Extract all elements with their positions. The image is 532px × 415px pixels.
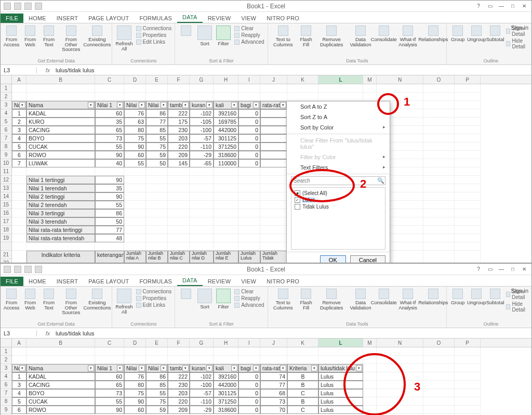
cell[interactable] bbox=[238, 176, 260, 184]
cell[interactable] bbox=[214, 84, 238, 93]
table-header[interactable]: rata-rat▾ bbox=[260, 101, 287, 109]
sort-az-small[interactable] bbox=[178, 289, 194, 299]
tab-view[interactable]: VIEW bbox=[236, 277, 261, 286]
cell[interactable]: 230 bbox=[168, 381, 190, 389]
cell[interactable]: 0 bbox=[238, 118, 260, 126]
sort-za-item[interactable]: Sort Z to A bbox=[287, 112, 390, 122]
cell[interactable] bbox=[260, 159, 287, 167]
cell[interactable]: 77 bbox=[260, 381, 287, 389]
close-button[interactable]: ✕ bbox=[519, 2, 529, 10]
cell[interactable] bbox=[12, 93, 26, 101]
col-K[interactable]: K bbox=[287, 339, 318, 347]
fx-icon[interactable]: fx bbox=[43, 330, 52, 336]
cell[interactable] bbox=[12, 84, 26, 93]
connections-link[interactable]: Connections bbox=[143, 289, 172, 294]
col-N[interactable]: N bbox=[377, 75, 423, 84]
cell[interactable] bbox=[190, 217, 214, 226]
cell[interactable] bbox=[168, 176, 190, 184]
cell[interactable]: Nilai rata-rata tertinggi bbox=[26, 226, 95, 234]
col-P[interactable]: P bbox=[455, 75, 481, 84]
cell[interactable]: 318600 bbox=[214, 151, 238, 159]
cell[interactable] bbox=[260, 134, 287, 142]
cell[interactable] bbox=[26, 347, 95, 356]
cell[interactable] bbox=[363, 381, 377, 389]
cell[interactable]: 2 bbox=[12, 118, 26, 126]
ribbon-toggle-button[interactable]: ▭ bbox=[485, 2, 495, 10]
cell[interactable]: 90 bbox=[95, 176, 124, 184]
cell[interactable] bbox=[423, 242, 455, 251]
filter-dropdown-icon[interactable]: ▾ bbox=[253, 365, 259, 371]
whatif-button[interactable]: What-If Analysis bbox=[396, 25, 420, 47]
cell[interactable]: -100 bbox=[190, 381, 214, 389]
cell[interactable]: 318600 bbox=[214, 406, 238, 414]
cell[interactable] bbox=[260, 109, 287, 118]
filter-button[interactable]: Filter bbox=[216, 25, 231, 46]
cell[interactable] bbox=[423, 134, 455, 142]
ribbon-toggle-button[interactable]: ▭ bbox=[485, 265, 495, 274]
cell[interactable] bbox=[190, 192, 214, 201]
select-all-corner[interactable] bbox=[1, 339, 12, 347]
row-header[interactable]: 9 bbox=[1, 151, 11, 159]
ok-button[interactable]: OK bbox=[320, 255, 346, 263]
whatif-button[interactable]: What-If Analysis bbox=[396, 289, 420, 310]
col-C[interactable]: C bbox=[95, 339, 124, 347]
sort-button[interactable]: Sort bbox=[197, 25, 212, 46]
hide-detail-link[interactable]: Hide Detail bbox=[512, 301, 531, 313]
filter-dropdown-icon[interactable]: ▾ bbox=[231, 102, 237, 108]
cell[interactable]: -57 bbox=[190, 134, 214, 142]
cell[interactable] bbox=[95, 242, 124, 251]
col-M[interactable]: M bbox=[363, 339, 377, 347]
tab-data[interactable]: DATA bbox=[177, 12, 203, 23]
cell[interactable]: 0 bbox=[238, 142, 260, 151]
cell[interactable]: 1 bbox=[12, 372, 26, 381]
cancel-button[interactable]: Cancel bbox=[350, 255, 385, 263]
col-E[interactable]: E bbox=[146, 75, 168, 84]
cell[interactable]: -29 bbox=[190, 406, 214, 414]
cell[interactable] bbox=[455, 134, 481, 142]
cell[interactable] bbox=[214, 347, 238, 356]
cell[interactable]: Nilai 2 tertinggi bbox=[26, 192, 95, 201]
cell[interactable]: 75 bbox=[146, 397, 168, 406]
sign-in-link[interactable]: Sign in bbox=[511, 24, 528, 31]
filter-select-all[interactable]: (Select All) bbox=[295, 190, 382, 197]
cell[interactable] bbox=[260, 226, 287, 234]
cell[interactable] bbox=[190, 347, 214, 356]
row-header[interactable]: 2 bbox=[1, 356, 11, 364]
cell[interactable] bbox=[260, 347, 287, 356]
cell[interactable] bbox=[423, 126, 455, 134]
cell[interactable]: 145 bbox=[168, 159, 190, 167]
cell[interactable] bbox=[124, 176, 146, 184]
cell[interactable] bbox=[363, 372, 377, 381]
row-header[interactable]: 2 bbox=[1, 93, 11, 101]
cell[interactable]: 75 bbox=[146, 142, 168, 151]
sort-color-item[interactable]: Sort by Color bbox=[287, 122, 390, 133]
col-O[interactable]: O bbox=[423, 339, 455, 347]
cell[interactable] bbox=[214, 93, 238, 101]
cell[interactable] bbox=[190, 226, 214, 234]
sort-button[interactable]: Sort bbox=[197, 289, 212, 309]
col-L[interactable]: L bbox=[318, 75, 363, 84]
cell[interactable] bbox=[377, 84, 423, 93]
cell[interactable]: 68 bbox=[260, 389, 287, 397]
cell[interactable] bbox=[12, 217, 26, 226]
cell[interactable]: BOYO bbox=[26, 389, 95, 397]
col-G[interactable]: G bbox=[190, 75, 214, 84]
cell[interactable] bbox=[318, 356, 363, 364]
cell[interactable]: 442000 bbox=[214, 381, 238, 389]
tab-insert[interactable]: INSERT bbox=[51, 277, 83, 286]
cell[interactable] bbox=[455, 93, 481, 101]
col-A[interactable]: A bbox=[12, 339, 26, 347]
save-icon[interactable] bbox=[14, 266, 21, 273]
edit-links-link[interactable]: Edit Links bbox=[143, 39, 165, 45]
properties-link[interactable]: Properties bbox=[143, 32, 167, 38]
cell[interactable]: 371250 bbox=[214, 397, 238, 406]
text-to-cols-button[interactable]: Text to Columns bbox=[271, 25, 295, 47]
cell[interactable] bbox=[260, 84, 287, 93]
cell[interactable] bbox=[190, 234, 214, 242]
cell[interactable] bbox=[423, 192, 455, 201]
table-header[interactable]: Nilai 1▾ bbox=[95, 364, 124, 372]
cell[interactable] bbox=[146, 209, 168, 217]
cell[interactable] bbox=[238, 84, 260, 93]
cell[interactable]: CUCAK bbox=[26, 142, 95, 151]
table-header[interactable]: Nilai 1▾ bbox=[95, 101, 124, 109]
